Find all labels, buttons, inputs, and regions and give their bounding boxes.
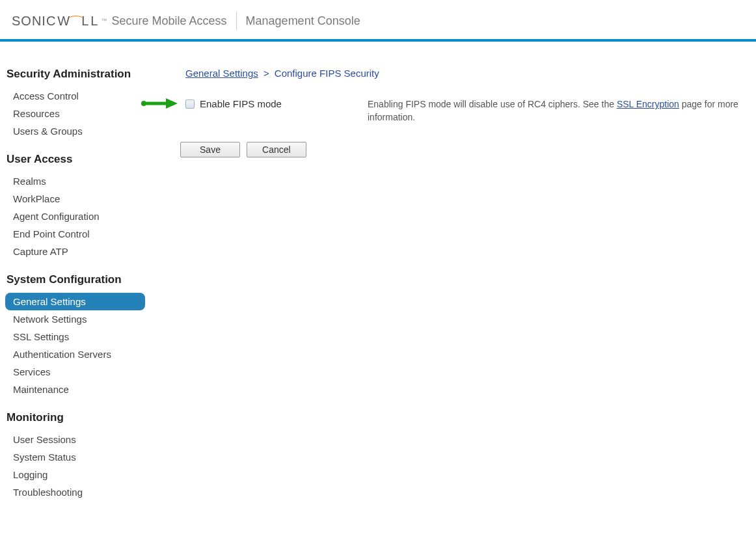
logo-swoosh-icon: ⁀: [71, 15, 84, 29]
help-text-prefix: Enabling FIPS mode will disable use of R…: [368, 99, 617, 109]
sidebar-item-user-sessions[interactable]: User Sessions: [5, 431, 145, 448]
console-name: Management Console: [246, 14, 360, 28]
sidebar-section-user-access: User Access: [5, 153, 150, 166]
help-text: Enabling FIPS mode will disable use of R…: [368, 98, 743, 124]
breadcrumb-link-general-settings[interactable]: General Settings: [185, 68, 258, 79]
sidebar-item-realms[interactable]: Realms: [5, 172, 145, 190]
save-button[interactable]: Save: [180, 142, 240, 157]
svg-marker-2: [166, 98, 178, 109]
sidebar: Security Administration Access Control R…: [0, 42, 150, 501]
sidebar-item-network-settings[interactable]: Network Settings: [5, 310, 145, 328]
sidebar-item-general-settings[interactable]: General Settings: [5, 293, 145, 310]
breadcrumb-separator-icon: >: [263, 68, 269, 79]
ssl-encryption-link[interactable]: SSL Encryption: [617, 99, 679, 109]
sonicwall-logo: SONICW⁀LL™: [12, 14, 107, 29]
sidebar-section-system-configuration: System Configuration: [5, 273, 150, 286]
sidebar-item-maintenance[interactable]: Maintenance: [5, 381, 145, 398]
product-name: Secure Mobile Access: [111, 14, 226, 28]
sidebar-item-agent-configuration[interactable]: Agent Configuration: [5, 208, 145, 225]
enable-fips-mode-label: Enable FIPS mode: [200, 98, 282, 109]
header: SONICW⁀LL™ Secure Mobile Access Manageme…: [0, 0, 756, 39]
sidebar-section-security-administration: Security Administration: [5, 68, 150, 81]
breadcrumb: General Settings > Configure FIPS Securi…: [185, 68, 743, 79]
arrow-indicator-icon: [140, 97, 179, 110]
sidebar-item-resources[interactable]: Resources: [5, 105, 145, 122]
sidebar-item-workplace[interactable]: WorkPlace: [5, 190, 145, 208]
sidebar-item-system-status[interactable]: System Status: [5, 448, 145, 466]
sidebar-item-users-groups[interactable]: Users & Groups: [5, 122, 145, 140]
sidebar-item-end-point-control[interactable]: End Point Control: [5, 225, 145, 243]
sidebar-section-monitoring: Monitoring: [5, 411, 150, 424]
content: General Settings > Configure FIPS Securi…: [150, 42, 756, 501]
sidebar-item-access-control[interactable]: Access Control: [5, 87, 145, 105]
logo-text-sonic: SONIC: [12, 14, 56, 29]
sidebar-item-capture-atp[interactable]: Capture ATP: [5, 243, 145, 260]
cancel-button[interactable]: Cancel: [247, 142, 306, 157]
sidebar-item-services[interactable]: Services: [5, 363, 145, 381]
header-divider: [236, 12, 237, 30]
enable-fips-mode-checkbox[interactable]: [185, 100, 195, 109]
sidebar-item-ssl-settings[interactable]: SSL Settings: [5, 328, 145, 345]
logo-text-wall: W⁀LL: [57, 14, 100, 29]
sidebar-item-logging[interactable]: Logging: [5, 466, 145, 483]
sidebar-item-authentication-servers[interactable]: Authentication Servers: [5, 345, 145, 363]
sidebar-item-troubleshooting[interactable]: Troubleshooting: [5, 483, 145, 501]
breadcrumb-current: Configure FIPS Security: [275, 68, 379, 79]
trademark-icon: ™: [101, 18, 107, 24]
